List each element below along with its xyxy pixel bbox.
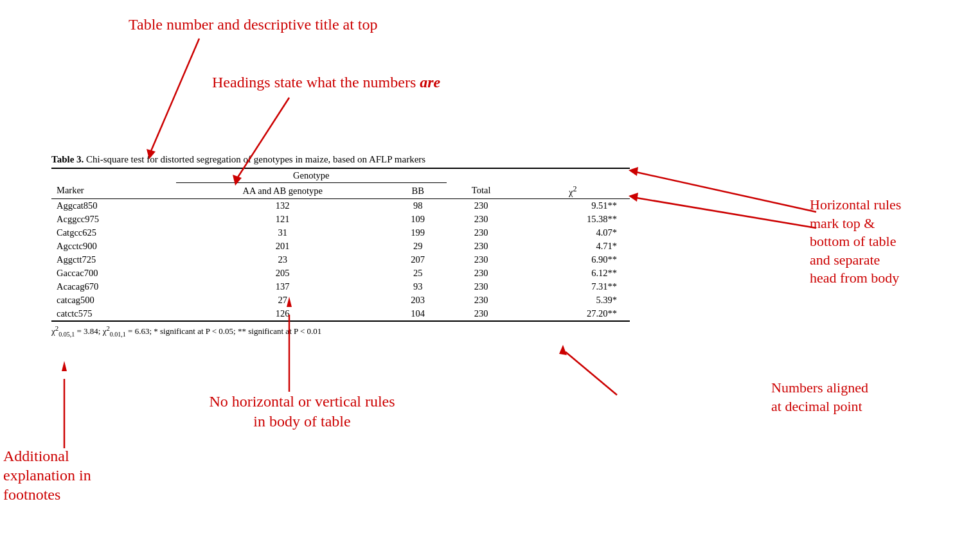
table-body: Aggcat850 132 98 230 9.51** Acggcc975 12… bbox=[51, 199, 630, 322]
annotation-decimal: Numbers alignedat decimal point bbox=[771, 379, 919, 416]
table-row: Acacag670 137 93 230 7.31** bbox=[51, 280, 630, 293]
table-row: Aggctt725 23 207 230 6.90** bbox=[51, 253, 630, 267]
table-caption: Table 3. Chi-square test for distorted s… bbox=[51, 154, 630, 165]
table-footnote: χ20.05,1 = 3.84; χ20.01,1 = 6.63; * sign… bbox=[51, 324, 630, 338]
svg-marker-13 bbox=[62, 361, 67, 371]
column-header-row: Marker AA and AB genotype BB Total χ2 bbox=[51, 183, 630, 199]
svg-line-10 bbox=[566, 352, 617, 395]
svg-line-4 bbox=[636, 172, 816, 212]
cell-total-0: 230 bbox=[447, 199, 516, 213]
col-chi: χ2 bbox=[515, 183, 630, 199]
empty-header-3 bbox=[515, 168, 630, 183]
svg-marker-7 bbox=[629, 193, 638, 202]
table-row: Gaccac700 205 25 230 6.12** bbox=[51, 267, 630, 280]
cell-marker-0: Aggcat850 bbox=[51, 199, 176, 213]
annotation-title: Table number and descriptive title at to… bbox=[129, 16, 378, 33]
table-row: catcag500 27 203 230 5.39* bbox=[51, 293, 630, 307]
col-aa-ab: AA and AB genotype bbox=[176, 183, 389, 199]
col-bb: BB bbox=[389, 183, 447, 199]
table-container: Table 3. Chi-square test for distorted s… bbox=[51, 154, 630, 338]
table-row-last: catctc575 126 104 230 27.20** bbox=[51, 307, 630, 321]
svg-line-6 bbox=[636, 198, 816, 228]
table-row: Acggcc975 121 109 230 15.38** bbox=[51, 213, 630, 226]
svg-marker-11 bbox=[559, 345, 567, 355]
col-total: Total bbox=[447, 183, 516, 199]
annotation-no-rules: No horizontal or vertical rules in body … bbox=[180, 392, 424, 432]
annotation-headings: Headings state what the numbers are bbox=[212, 74, 440, 91]
table-row: Agcctc900 201 29 230 4.71* bbox=[51, 240, 630, 253]
annotation-footnotes: Additional explanation in footnotes bbox=[3, 446, 151, 504]
svg-line-0 bbox=[151, 39, 199, 151]
cell-bb-0: 98 bbox=[389, 199, 447, 213]
cell-chi-0: 9.51** bbox=[515, 199, 630, 213]
table-row: Aggcat850 132 98 230 9.51** bbox=[51, 199, 630, 213]
table-head: Genotype Marker AA and AB genotype BB To… bbox=[51, 168, 630, 199]
data-table: Genotype Marker AA and AB genotype BB To… bbox=[51, 168, 630, 322]
empty-header-2 bbox=[447, 168, 516, 183]
genotype-group-header: Genotype bbox=[176, 168, 447, 183]
svg-marker-5 bbox=[629, 167, 638, 176]
annotation-horizontal-rules: Horizontal rulesmark top &bottom of tabl… bbox=[810, 196, 951, 288]
page: Table number and descriptive title at to… bbox=[0, 0, 964, 560]
col-marker: Marker bbox=[51, 183, 176, 199]
table-row: Catgcc625 31 199 230 4.07* bbox=[51, 226, 630, 240]
cell-aa-0: 132 bbox=[176, 199, 389, 213]
group-header-row: Genotype bbox=[51, 168, 630, 183]
empty-header-1 bbox=[51, 168, 176, 183]
